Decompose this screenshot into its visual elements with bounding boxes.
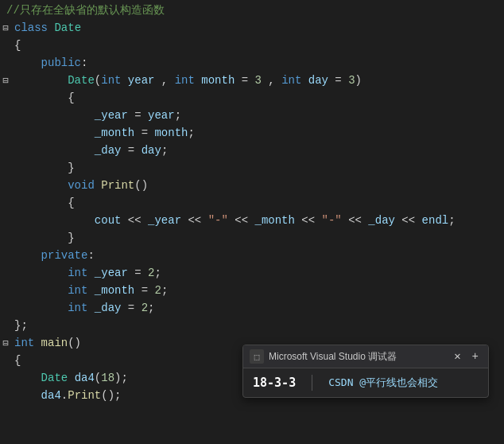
- code-text: class Date: [11, 21, 504, 34]
- code-text: public:: [11, 56, 504, 69]
- code-text: _day = day;: [11, 144, 504, 157]
- code-line: void Print(): [0, 178, 504, 196]
- code-line: }: [0, 161, 504, 178]
- code-line: public:: [0, 56, 504, 73]
- gutter-symbol: ⊟: [0, 75, 11, 87]
- code-text: }: [11, 232, 504, 244]
- code-text: };: [11, 319, 504, 332]
- tooltip-value: 18-3-3: [253, 376, 296, 390]
- code-line: _day = day;: [0, 143, 504, 161]
- code-line: {: [0, 38, 504, 56]
- code-line: _month = month;: [0, 126, 504, 143]
- tooltip-source: CSDN @平行线也会相交: [328, 376, 438, 390]
- code-line: _year = year;: [0, 108, 504, 126]
- code-editor: //只存在全缺省的默认构造函数 ⊟class Date{ public:⊟ Da…: [0, 0, 504, 444]
- code-line: ⊟ Date(int year , int month = 3 , int da…: [0, 73, 504, 91]
- code-text: }: [11, 162, 504, 174]
- code-text: cout << _year << "-" << _month << "-" <<…: [11, 214, 504, 227]
- comment-line: //只存在全缺省的默认构造函数: [0, 0, 504, 21]
- code-text: {: [11, 92, 504, 104]
- tooltip-add-button[interactable]: +: [469, 350, 482, 363]
- code-text: Date(int year , int month = 3 , int day …: [11, 74, 504, 87]
- code-text: int _year = 2;: [11, 267, 504, 279]
- tooltip-body: 18-3-3 CSDN @平行线也会相交: [243, 368, 488, 397]
- code-text: {: [11, 197, 504, 209]
- code-text: int _day = 2;: [11, 302, 504, 314]
- code-line: }: [0, 231, 504, 248]
- code-line: };: [0, 318, 504, 336]
- code-line: private:: [0, 248, 504, 266]
- code-text: private:: [11, 249, 504, 262]
- code-text: {: [11, 39, 504, 52]
- comment-text: //只存在全缺省的默认构造函数: [6, 3, 165, 18]
- tooltip-header: ⬚ Microsoft Visual Studio 调试器 ✕ +: [243, 345, 488, 368]
- code-text: void Print(): [11, 179, 504, 192]
- code-line: {: [0, 196, 504, 213]
- tooltip-divider: [312, 375, 312, 391]
- code-text: _month = month;: [11, 127, 504, 139]
- code-line: int _month = 2;: [0, 283, 504, 301]
- code-line: int _year = 2;: [0, 266, 504, 283]
- code-line: ⊟class Date: [0, 21, 504, 38]
- code-line: cout << _year << "-" << _month << "-" <<…: [0, 213, 504, 231]
- code-text: int _month = 2;: [11, 284, 504, 297]
- code-line: int _day = 2;: [0, 301, 504, 318]
- vs-icon: ⬚: [250, 349, 264, 364]
- gutter-symbol: ⊟: [0, 337, 11, 349]
- code-text: _year = year;: [11, 109, 504, 122]
- debug-tooltip: ⬚ Microsoft Visual Studio 调试器 ✕ + 18-3-3…: [242, 345, 489, 398]
- code-line: {: [0, 91, 504, 108]
- gutter-symbol: ⊟: [0, 22, 11, 34]
- tooltip-close-button[interactable]: ✕: [451, 351, 463, 362]
- tooltip-title: Microsoft Visual Studio 调试器: [269, 350, 446, 364]
